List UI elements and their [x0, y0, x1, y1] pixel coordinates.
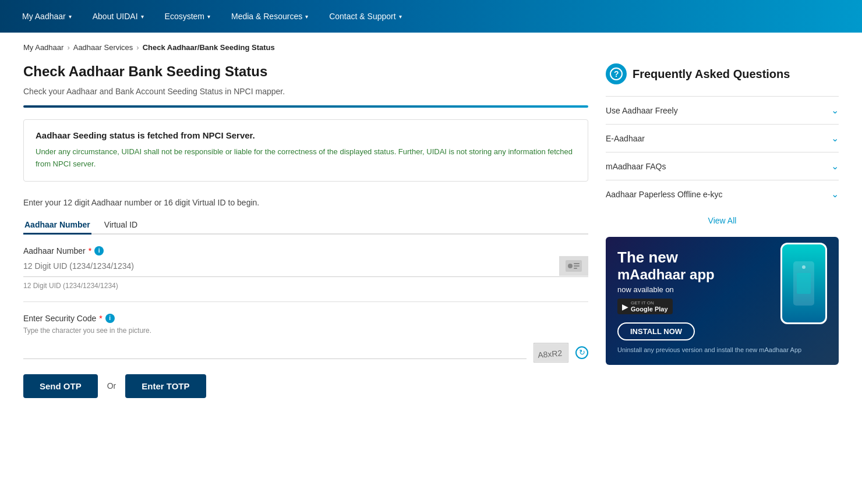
chevron-down-icon: ⌄ — [831, 105, 839, 116]
nav-label-ecosystem: Ecosystem — [165, 12, 204, 21]
aadhaar-card-icon[interactable] — [559, 256, 588, 276]
required-star-aadhaar: * — [89, 246, 91, 255]
or-text: Or — [107, 381, 116, 391]
nav-label-my-aadhaar: My Aadhaar — [22, 12, 66, 21]
tab-aadhaar-number[interactable]: Aadhaar Number — [23, 216, 91, 235]
chevron-down-icon: ⌄ — [831, 133, 839, 144]
breadcrumb-sep-2: › — [136, 43, 139, 52]
nav-item-media-resources[interactable]: Media & Resources ▾ — [221, 0, 319, 33]
faq-item-2[interactable]: mAadhaar FAQs ⌄ — [606, 152, 839, 180]
page-title: Check Aadhaar Bank Seeding Status — [23, 63, 588, 80]
captcha-row: A8xR2 ↻ — [23, 343, 588, 363]
info-box-body: Under any circumstance, UIDAI shall not … — [36, 146, 576, 171]
breadcrumb-services[interactable]: Aadhaar Services — [73, 43, 133, 52]
captcha-input[interactable] — [23, 346, 527, 355]
banner-footer: Uninstall any previous version and insta… — [617, 346, 827, 353]
view-all-row: View All — [606, 208, 839, 237]
main-nav: My Aadhaar ▾ About UIDAI ▾ Ecosystem ▾ M… — [0, 0, 862, 33]
nav-item-ecosystem[interactable]: Ecosystem ▾ — [154, 0, 221, 33]
form-intro: Enter your 12 digit Aadhaar number or 16… — [23, 198, 588, 207]
button-row: Send OTP Or Enter TOTP — [23, 374, 588, 398]
refresh-icon[interactable]: ↻ — [575, 346, 588, 359]
security-hint: Type the character you see in the pictur… — [23, 326, 588, 335]
faq-item-0[interactable]: Use Aadhaar Freely ⌄ — [606, 96, 839, 124]
nav-label-contact-support: Contact & Support — [329, 12, 395, 21]
svg-point-1 — [568, 264, 573, 268]
banner-sub: now available on — [617, 285, 827, 294]
faq-title: Frequently Asked Questions — [633, 68, 790, 81]
aadhaar-input-wrapper — [23, 259, 588, 277]
captcha-input-wrapper — [23, 346, 527, 359]
chevron-down-icon: ⌄ — [831, 189, 839, 200]
enter-totp-button[interactable]: Enter TOTP — [125, 374, 206, 398]
info-box-title: Aadhaar Seeding status is fetched from N… — [36, 130, 576, 140]
chevron-down-icon: ▾ — [141, 13, 144, 20]
page-description: Check your Aadhaar and Bank Account Seed… — [23, 87, 588, 96]
nav-item-contact-support[interactable]: Contact & Support ▾ — [319, 0, 412, 33]
nav-label-about-uidai: About UIDAI — [93, 12, 138, 21]
faq-item-1[interactable]: E-Aadhaar ⌄ — [606, 124, 839, 152]
breadcrumb-home[interactable]: My Aadhaar — [23, 43, 63, 52]
aadhaar-field-hint: 12 Digit UID (1234/1234/1234) — [23, 282, 588, 290]
tab-virtual-id[interactable]: Virtual ID — [103, 216, 139, 235]
info-icon-aadhaar[interactable]: i — [94, 246, 104, 255]
store-label: GET IT ON — [631, 300, 668, 306]
chevron-down-icon: ⌄ — [831, 161, 839, 172]
svg-rect-2 — [574, 263, 580, 264]
nav-label-media-resources: Media & Resources — [231, 12, 302, 21]
security-code-label: Enter Security Code * i — [23, 314, 588, 323]
svg-text:?: ? — [614, 69, 619, 79]
send-otp-button[interactable]: Send OTP — [23, 374, 98, 398]
breadcrumb-sep-1: › — [67, 43, 69, 52]
captcha-image: A8xR2 — [534, 343, 568, 363]
aadhaar-field-label: Aadhaar Number * i — [23, 246, 588, 255]
required-star-security: * — [99, 314, 102, 323]
chevron-down-icon: ▾ — [207, 13, 210, 20]
store-name: Google Play — [631, 306, 668, 313]
banner-store-badge[interactable]: ▶ GET IT ON Google Play — [617, 299, 673, 314]
play-store-icon: ▶ — [622, 302, 628, 311]
breadcrumb-current: Check Aadhaar/Bank Seeding Status — [143, 43, 275, 52]
info-box: Aadhaar Seeding status is fetched from N… — [23, 119, 588, 182]
svg-rect-4 — [574, 268, 577, 269]
chevron-down-icon: ▾ — [305, 13, 308, 20]
nav-item-my-aadhaar[interactable]: My Aadhaar ▾ — [12, 0, 82, 33]
nav-item-about-uidai[interactable]: About UIDAI ▾ — [82, 0, 154, 33]
aadhaar-input[interactable] — [23, 259, 588, 273]
form-tabs: Aadhaar Number Virtual ID — [23, 216, 588, 235]
faq-item-3[interactable]: Aadhaar Paperless Offline e-kyc ⌄ — [606, 180, 839, 208]
faq-icon: ? — [606, 63, 627, 84]
banner-headline: The new mAadhaar app — [617, 249, 827, 283]
maadhaar-banner: The new mAadhaar app now available on ▶ … — [606, 237, 839, 365]
view-all-link[interactable]: View All — [708, 216, 737, 225]
chevron-down-icon: ▾ — [399, 13, 402, 20]
chevron-down-icon: ▾ — [69, 13, 72, 20]
faq-header: ? Frequently Asked Questions — [606, 63, 839, 84]
main-content: Check Aadhaar Bank Seeding Status Check … — [23, 63, 588, 398]
right-sidebar: ? Frequently Asked Questions Use Aadhaar… — [606, 63, 839, 398]
field-divider — [23, 301, 588, 302]
svg-rect-3 — [574, 265, 580, 267]
breadcrumb: My Aadhaar › Aadhaar Services › Check Aa… — [0, 33, 862, 58]
info-icon-security[interactable]: i — [105, 314, 115, 323]
install-button[interactable]: INSTALL NOW — [617, 322, 695, 340]
divider-bar — [23, 105, 588, 108]
